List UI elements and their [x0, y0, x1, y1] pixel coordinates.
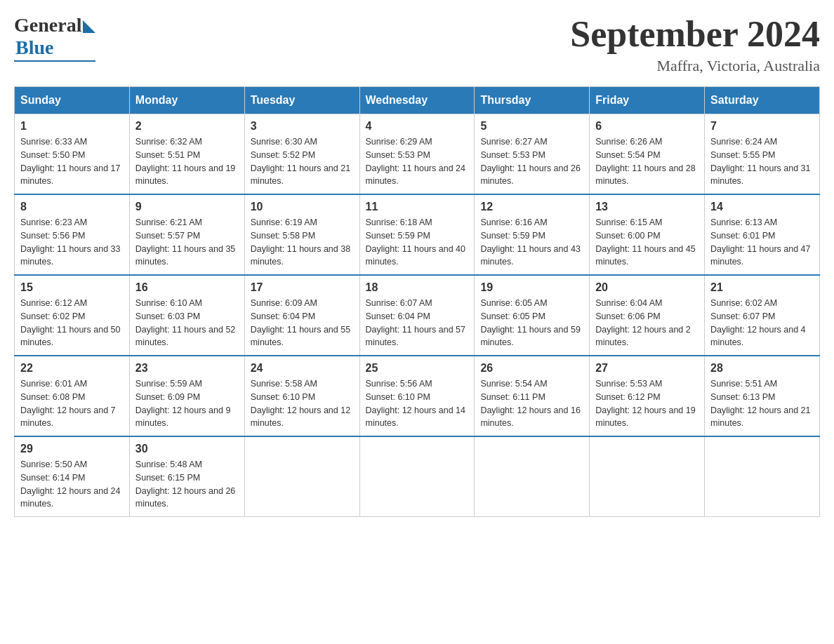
day-number: 7 [710, 120, 814, 133]
table-row [475, 436, 590, 517]
col-wednesday: Wednesday [359, 87, 475, 114]
day-number: 23 [135, 362, 239, 375]
day-info: Sunrise: 5:59 AMSunset: 6:09 PMDaylight:… [135, 379, 231, 428]
table-row: 8 Sunrise: 6:23 AMSunset: 5:56 PMDayligh… [15, 194, 130, 275]
col-sunday: Sunday [15, 87, 130, 114]
table-row: 25 Sunrise: 5:56 AMSunset: 6:10 PMDaylig… [359, 356, 475, 436]
col-thursday: Thursday [475, 87, 590, 114]
table-row: 11 Sunrise: 6:18 AMSunset: 5:59 PMDaylig… [359, 194, 475, 275]
day-number: 9 [135, 201, 239, 213]
day-info: Sunrise: 6:02 AMSunset: 6:07 PMDaylight:… [710, 298, 806, 347]
logo-arrow-icon [83, 20, 95, 33]
table-row [359, 436, 475, 517]
col-tuesday: Tuesday [244, 87, 359, 114]
table-row: 17 Sunrise: 6:09 AMSunset: 6:04 PMDaylig… [244, 275, 359, 356]
calendar-week-row: 22 Sunrise: 6:01 AMSunset: 6:08 PMDaylig… [15, 356, 820, 436]
col-monday: Monday [129, 87, 244, 114]
day-info: Sunrise: 5:56 AMSunset: 6:10 PMDaylight:… [366, 379, 465, 428]
day-number: 13 [595, 201, 699, 213]
day-number: 14 [710, 201, 814, 213]
day-info: Sunrise: 6:23 AMSunset: 5:56 PMDaylight:… [20, 217, 120, 267]
page-header: General Blue September 2024 Maffra, Vict… [14, 14, 820, 75]
day-number: 4 [366, 120, 469, 133]
day-info: Sunrise: 6:18 AMSunset: 5:59 PMDaylight:… [366, 217, 465, 267]
col-friday: Friday [590, 87, 705, 114]
day-info: Sunrise: 6:04 AMSunset: 6:06 PMDaylight:… [595, 298, 691, 347]
table-row: 12 Sunrise: 6:16 AMSunset: 5:59 PMDaylig… [475, 194, 590, 275]
day-number: 12 [480, 201, 583, 213]
table-row: 22 Sunrise: 6:01 AMSunset: 6:08 PMDaylig… [15, 356, 130, 436]
table-row: 24 Sunrise: 5:58 AMSunset: 6:10 PMDaylig… [244, 356, 359, 436]
day-number: 18 [366, 281, 469, 294]
day-info: Sunrise: 6:07 AMSunset: 6:04 PMDaylight:… [366, 298, 465, 347]
day-number: 25 [366, 362, 469, 375]
day-info: Sunrise: 5:58 AMSunset: 6:10 PMDaylight:… [251, 379, 350, 428]
day-info: Sunrise: 6:15 AMSunset: 6:00 PMDaylight:… [595, 217, 695, 267]
table-row: 7 Sunrise: 6:24 AMSunset: 5:55 PMDayligh… [705, 114, 820, 195]
day-number: 17 [251, 281, 354, 294]
day-info: Sunrise: 6:09 AMSunset: 6:04 PMDaylight:… [251, 298, 350, 347]
day-number: 8 [20, 201, 124, 213]
table-row: 30 Sunrise: 5:48 AMSunset: 6:15 PMDaylig… [129, 436, 244, 517]
day-info: Sunrise: 6:05 AMSunset: 6:05 PMDaylight:… [480, 298, 580, 347]
day-number: 27 [595, 362, 699, 375]
calendar-week-row: 1 Sunrise: 6:33 AMSunset: 5:50 PMDayligh… [15, 114, 820, 195]
day-number: 30 [135, 443, 239, 455]
table-row: 1 Sunrise: 6:33 AMSunset: 5:50 PMDayligh… [15, 114, 130, 195]
day-number: 20 [595, 281, 699, 294]
table-row: 6 Sunrise: 6:26 AMSunset: 5:54 PMDayligh… [590, 114, 705, 195]
day-info: Sunrise: 6:30 AMSunset: 5:52 PMDaylight:… [251, 137, 350, 186]
table-row [244, 436, 359, 517]
day-number: 21 [710, 281, 814, 294]
table-row: 3 Sunrise: 6:30 AMSunset: 5:52 PMDayligh… [244, 114, 359, 195]
table-row: 16 Sunrise: 6:10 AMSunset: 6:03 PMDaylig… [129, 275, 244, 356]
day-number: 5 [480, 120, 583, 133]
day-info: Sunrise: 6:10 AMSunset: 6:03 PMDaylight:… [135, 298, 235, 347]
day-number: 2 [135, 120, 239, 133]
day-info: Sunrise: 6:21 AMSunset: 5:57 PMDaylight:… [135, 217, 235, 267]
logo-general-text: General [14, 14, 81, 36]
table-row: 19 Sunrise: 6:05 AMSunset: 6:05 PMDaylig… [475, 275, 590, 356]
table-row: 14 Sunrise: 6:13 AMSunset: 6:01 PMDaylig… [705, 194, 820, 275]
day-info: Sunrise: 5:50 AMSunset: 6:14 PMDaylight:… [20, 459, 120, 509]
table-row: 15 Sunrise: 6:12 AMSunset: 6:02 PMDaylig… [15, 275, 130, 356]
location-text: Maffra, Victoria, Australia [570, 57, 820, 75]
table-row: 9 Sunrise: 6:21 AMSunset: 5:57 PMDayligh… [129, 194, 244, 275]
table-row [590, 436, 705, 517]
col-saturday: Saturday [705, 87, 820, 114]
table-row: 23 Sunrise: 5:59 AMSunset: 6:09 PMDaylig… [129, 356, 244, 436]
table-row [705, 436, 820, 517]
day-number: 26 [480, 362, 583, 375]
day-number: 10 [251, 201, 354, 213]
calendar-week-row: 15 Sunrise: 6:12 AMSunset: 6:02 PMDaylig… [15, 275, 820, 356]
table-row: 10 Sunrise: 6:19 AMSunset: 5:58 PMDaylig… [244, 194, 359, 275]
day-number: 11 [366, 201, 469, 213]
table-row: 21 Sunrise: 6:02 AMSunset: 6:07 PMDaylig… [705, 275, 820, 356]
title-section: September 2024 Maffra, Victoria, Austral… [570, 14, 820, 75]
day-info: Sunrise: 6:01 AMSunset: 6:08 PMDaylight:… [20, 379, 116, 428]
table-row: 2 Sunrise: 6:32 AMSunset: 5:51 PMDayligh… [129, 114, 244, 195]
calendar-week-row: 8 Sunrise: 6:23 AMSunset: 5:56 PMDayligh… [15, 194, 820, 275]
day-number: 3 [251, 120, 354, 133]
day-info: Sunrise: 6:33 AMSunset: 5:50 PMDaylight:… [20, 137, 120, 186]
calendar-header-row: Sunday Monday Tuesday Wednesday Thursday… [15, 87, 820, 114]
day-info: Sunrise: 5:53 AMSunset: 6:12 PMDaylight:… [595, 379, 695, 428]
day-info: Sunrise: 6:19 AMSunset: 5:58 PMDaylight:… [251, 217, 350, 267]
table-row: 20 Sunrise: 6:04 AMSunset: 6:06 PMDaylig… [590, 275, 705, 356]
day-info: Sunrise: 6:32 AMSunset: 5:51 PMDaylight:… [135, 137, 235, 186]
day-number: 16 [135, 281, 239, 294]
day-info: Sunrise: 6:29 AMSunset: 5:53 PMDaylight:… [366, 137, 465, 186]
day-number: 22 [20, 362, 124, 375]
day-info: Sunrise: 6:26 AMSunset: 5:54 PMDaylight:… [595, 137, 695, 186]
day-info: Sunrise: 6:13 AMSunset: 6:01 PMDaylight:… [710, 217, 810, 267]
day-number: 1 [20, 120, 124, 133]
table-row: 13 Sunrise: 6:15 AMSunset: 6:00 PMDaylig… [590, 194, 705, 275]
day-number: 29 [20, 443, 124, 455]
day-info: Sunrise: 6:27 AMSunset: 5:53 PMDaylight:… [480, 137, 580, 186]
day-number: 6 [595, 120, 699, 133]
day-number: 24 [251, 362, 354, 375]
table-row: 26 Sunrise: 5:54 AMSunset: 6:11 PMDaylig… [475, 356, 590, 436]
table-row: 5 Sunrise: 6:27 AMSunset: 5:53 PMDayligh… [475, 114, 590, 195]
day-info: Sunrise: 5:54 AMSunset: 6:11 PMDaylight:… [480, 379, 580, 428]
day-info: Sunrise: 6:16 AMSunset: 5:59 PMDaylight:… [480, 217, 580, 267]
